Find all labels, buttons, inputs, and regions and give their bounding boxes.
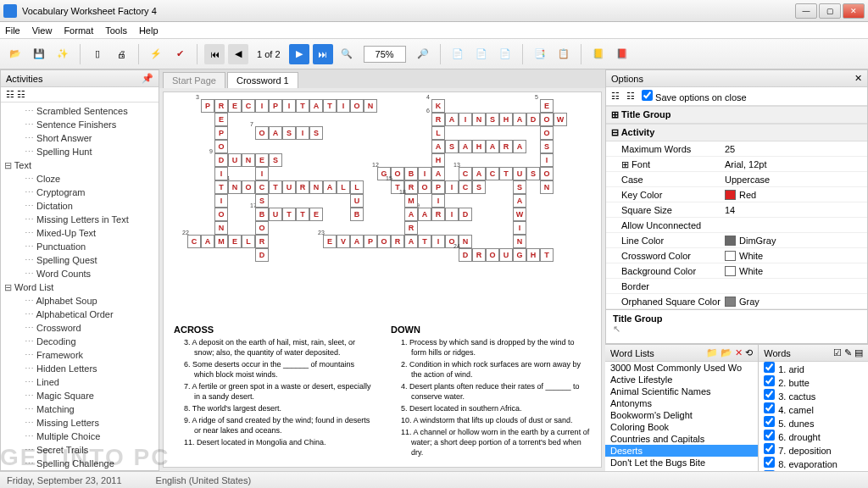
tool4-icon[interactable]: 📕 <box>612 44 632 64</box>
tree-item[interactable]: Crossword <box>4 321 155 335</box>
tree-group[interactable]: Text <box>4 158 155 172</box>
word-item[interactable]: 6. drought <box>759 430 868 443</box>
tree-item[interactable]: Missing Letters in Text <box>4 213 155 226</box>
wordlist-item[interactable]: Animal Scientific Names <box>605 385 758 397</box>
tree-item[interactable]: Alphabet Soup <box>4 294 155 308</box>
wordlist-item[interactable]: Coloring Book <box>605 421 758 433</box>
tool1-icon[interactable]: 📑 <box>530 44 550 64</box>
option-row[interactable]: Crossword ColorWhite <box>606 248 867 263</box>
word-item[interactable]: 8. evaporation <box>759 457 868 470</box>
wordlist-item[interactable]: Eat Your Vegetables <box>605 469 758 471</box>
menu-help[interactable]: Help <box>139 25 159 36</box>
opt-section-activity[interactable]: ⊟ Activity <box>606 124 867 141</box>
tree-item[interactable]: Hidden Letters <box>4 362 155 375</box>
w-filter-icon[interactable]: ▤ <box>854 347 863 358</box>
option-row[interactable]: Orphaned Square ColorGray <box>606 294 867 309</box>
option-row[interactable]: Border <box>606 279 867 294</box>
panel-pin-icon[interactable]: 📌 <box>142 73 153 84</box>
wordlist-item[interactable]: Deserts <box>605 445 758 457</box>
tree-item[interactable]: Missing Letters <box>4 416 155 430</box>
tree-item[interactable]: Lined <box>4 375 155 389</box>
tree-item[interactable]: Framework <box>4 348 155 362</box>
tree-item[interactable]: Secret Trails <box>4 443 155 457</box>
option-row[interactable]: Maximum Words25 <box>606 141 867 157</box>
zoom-out-icon[interactable]: 🔍 <box>337 44 357 64</box>
wand-icon[interactable]: ✨ <box>53 44 73 64</box>
print-icon[interactable]: 🖨 <box>111 44 131 64</box>
word-item[interactable]: 7. deposition <box>759 443 868 457</box>
tree-item[interactable]: Sentence Finishers <box>4 118 155 131</box>
first-page-icon[interactable]: ⏮ <box>204 44 225 64</box>
tree-item[interactable]: Magic Square <box>4 389 155 402</box>
wordlist-item[interactable]: 3000 Most Commonly Used Wo <box>605 362 758 374</box>
option-row[interactable]: ⊞ FontArial, 12pt <box>606 157 867 172</box>
word-item[interactable]: 2. butte <box>759 375 868 389</box>
tree-item[interactable]: Spelling Challenge <box>4 457 155 470</box>
document-tab[interactable]: Crossword 1 <box>227 72 298 88</box>
wl-refresh-icon[interactable]: ⟲ <box>745 347 753 358</box>
close-button[interactable]: ✕ <box>843 3 865 19</box>
tree-item[interactable]: Short Answer <box>4 131 155 145</box>
menu-tools[interactable]: Tools <box>105 25 127 36</box>
word-item[interactable]: 1. arid <box>759 362 868 375</box>
tree-item[interactable]: Mixed-Up Text <box>4 226 155 240</box>
tree-group[interactable]: Word List <box>4 280 155 294</box>
tree-item[interactable]: Dictation <box>4 199 155 213</box>
wordlists-list[interactable]: 3000 Most Commonly Used WoActive Lifesty… <box>605 362 758 471</box>
open-icon[interactable]: 📂 <box>5 44 25 64</box>
document-tab[interactable]: Start Page <box>163 72 225 88</box>
tree-item[interactable]: Matching <box>4 402 155 416</box>
tree-item[interactable]: Scrambled Sentences <box>4 104 155 118</box>
word-item[interactable]: 5. dunes <box>759 416 868 430</box>
tree-item[interactable]: Cloze <box>4 172 155 186</box>
option-row[interactable]: Key ColorRed <box>606 187 867 202</box>
menu-view[interactable]: View <box>32 25 53 36</box>
document-viewport[interactable]: PRECIPITATION3RAINSHADOW6OASIS7SAHARA8DU… <box>163 92 602 468</box>
page-icon[interactable]: ▯ <box>87 44 108 64</box>
check-icon[interactable]: ✔ <box>170 44 190 64</box>
doc2-icon[interactable]: 📄 <box>471 44 492 64</box>
word-item[interactable]: 9. Gobi <box>759 470 868 471</box>
w-edit-icon[interactable]: ✎ <box>844 347 852 358</box>
option-row[interactable]: Allow Unconnected <box>606 218 867 233</box>
options-close-icon[interactable]: ✕ <box>854 73 862 84</box>
menu-file[interactable]: File <box>5 25 20 36</box>
wl-delete-icon[interactable]: ✕ <box>735 347 743 358</box>
wordlist-item[interactable]: Active Lifestyle <box>605 374 758 385</box>
save-icon[interactable]: 💾 <box>29 44 49 64</box>
tree-item[interactable]: Punctuation <box>4 240 155 253</box>
menu-format[interactable]: Format <box>64 25 93 36</box>
wl-new-icon[interactable]: 📁 <box>706 347 718 358</box>
tree-item[interactable]: Word Counts <box>4 267 155 280</box>
option-row[interactable]: CaseUppercase <box>606 172 867 187</box>
tool3-icon[interactable]: 📒 <box>588 44 609 64</box>
bolt-icon[interactable]: ⚡ <box>146 44 166 64</box>
words-list[interactable]: 1. arid2. butte3. cactus4. camel5. dunes… <box>759 362 868 471</box>
prev-page-icon[interactable]: ◀ <box>228 44 248 64</box>
next-page-icon[interactable]: ▶ <box>289 44 309 64</box>
tree-item[interactable]: Spelling Quest <box>4 253 155 267</box>
tool2-icon[interactable]: 📋 <box>554 44 574 64</box>
tree-item[interactable]: Decoding <box>4 335 155 348</box>
zoom-in-icon[interactable]: 🔎 <box>413 44 433 64</box>
option-row[interactable]: Line ColorDimGray <box>606 233 867 248</box>
zoom-level[interactable]: 75% <box>364 46 406 63</box>
opt-view1-icon[interactable]: ☷ <box>611 91 620 102</box>
wordlist-item[interactable]: Countries and Capitals <box>605 433 758 445</box>
word-item[interactable]: 3. cactus <box>759 389 868 402</box>
wordlist-item[interactable]: Don't Let the Bugs Bite <box>605 457 758 469</box>
tree-item[interactable]: Spelling Hunt <box>4 145 155 158</box>
tree-item[interactable]: Multiple Choice <box>4 430 155 443</box>
wl-open-icon[interactable]: 📂 <box>721 347 732 358</box>
wordlist-item[interactable]: Bookworm's Delight <box>605 409 758 421</box>
w-check-icon[interactable]: ☑ <box>833 347 842 358</box>
opt-section-title-group[interactable]: ⊞ Title Group <box>606 106 867 124</box>
maximize-button[interactable]: ▢ <box>819 3 841 19</box>
save-options-checkbox[interactable]: Save options on close <box>642 90 747 103</box>
tree-item[interactable]: Cryptogram <box>4 186 155 199</box>
opt-view2-icon[interactable]: ☷ <box>626 91 635 102</box>
word-item[interactable]: 4. camel <box>759 402 868 416</box>
option-row[interactable]: Square Size14 <box>606 202 867 218</box>
tree-item[interactable]: Alphabetical Order <box>4 308 155 321</box>
minimize-button[interactable]: — <box>795 3 817 19</box>
